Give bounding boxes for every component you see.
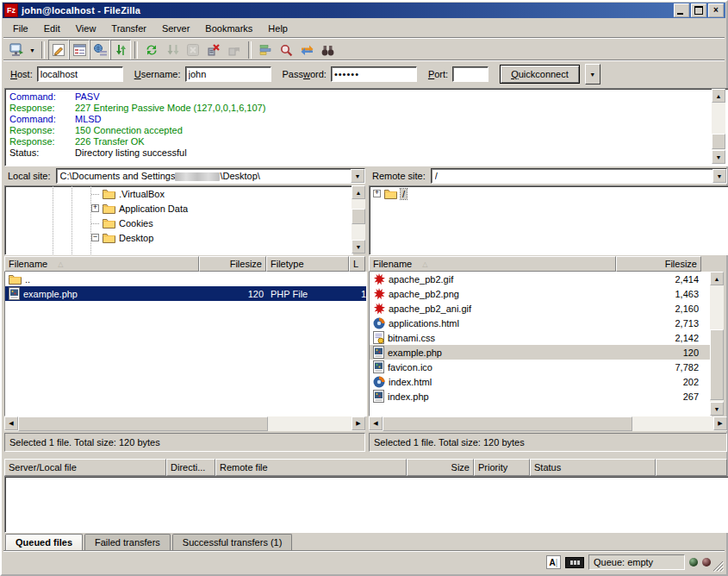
title-bar[interactable]: Fz john@localhost - FileZilla × (3, 3, 725, 18)
tab-successful-transfers-[interactable]: Successful transfers (1) (172, 534, 293, 551)
file-row[interactable]: applications.html2,713 (370, 316, 711, 330)
scroll-down-icon[interactable]: ▼ (712, 150, 725, 164)
column-header-size[interactable]: Size (407, 459, 474, 476)
file-row[interactable]: favicon.ico7,782 (370, 360, 711, 374)
username-input[interactable] (185, 66, 271, 82)
scroll-left-icon[interactable]: ◀ (4, 416, 18, 430)
tree-expander-icon[interactable]: + (373, 190, 381, 197)
menu-file[interactable]: File (5, 21, 36, 36)
tree-item[interactable]: −Desktop (5, 230, 352, 245)
column-header-filetype[interactable]: Filetype (266, 256, 349, 272)
local-horizontal-scrollbar[interactable]: ◀ ▶ (4, 416, 365, 431)
find-files-button[interactable] (317, 40, 338, 60)
toggle-message-log-button[interactable] (48, 40, 69, 60)
file-row[interactable]: index.php267 (370, 389, 711, 404)
file-size-cell: 2,160 (617, 304, 702, 314)
cancel-icon (186, 43, 200, 57)
scroll-up-icon[interactable]: ▲ (352, 185, 365, 199)
local-tree-scrollbar-thumb[interactable] (352, 209, 365, 224)
remote-hscroll-thumb[interactable] (383, 416, 632, 431)
remote-list-scrollbar-thumb[interactable] (710, 329, 724, 400)
remote-horizontal-scrollbar[interactable]: ◀ ▶ (369, 416, 727, 431)
column-header-server-local-file[interactable]: Server/Local file (4, 459, 166, 476)
menu-transfer[interactable]: Transfer (103, 21, 154, 36)
log-scrollbar[interactable]: ▲ ▼ (712, 89, 725, 164)
cancel-operation-button[interactable] (183, 40, 203, 60)
file-row[interactable]: apache_pb2.png1,463 (370, 286, 711, 301)
local-hscroll-thumb[interactable] (18, 416, 268, 431)
img-file-icon (373, 303, 385, 315)
chevron-down-icon[interactable]: ▼ (712, 169, 726, 183)
tree-expander-icon[interactable]: + (91, 204, 99, 212)
host-input[interactable] (37, 66, 123, 82)
site-manager-button[interactable] (6, 40, 27, 60)
minimize-button[interactable] (674, 3, 689, 17)
scroll-left-icon[interactable]: ◀ (369, 416, 383, 430)
tree-expander-icon[interactable]: − (91, 234, 99, 241)
toggle-local-tree-button[interactable] (69, 40, 90, 60)
column-header-remote-file[interactable]: Remote file (215, 459, 407, 476)
file-size-cell: 7,782 (617, 362, 702, 373)
resize-grip[interactable] (712, 560, 724, 572)
menu-server[interactable]: Server (154, 21, 197, 36)
file-row[interactable]: example.php120 (370, 345, 711, 360)
file-row[interactable]: apache_pb2_ani.gif2,160 (370, 301, 711, 316)
file-row[interactable]: .. (5, 272, 366, 286)
toggle-remote-tree-button[interactable] (90, 40, 110, 60)
password-input[interactable] (331, 66, 417, 82)
file-size-cell: 120 (617, 347, 702, 358)
remote-list-scrollbar[interactable]: ▲ ▼ (710, 272, 724, 416)
toggle-queue-button[interactable] (110, 40, 131, 60)
menu-bookmarks[interactable]: Bookmarks (197, 21, 260, 36)
maximize-button[interactable] (691, 3, 706, 17)
process-queue-button[interactable] (162, 40, 183, 60)
port-input[interactable] (452, 66, 488, 82)
tree-item[interactable]: Cookies (5, 216, 352, 230)
file-row[interactable]: example.php120PHP File1 (5, 286, 366, 301)
menu-edit[interactable]: Edit (36, 21, 68, 36)
column-header-status[interactable]: Status (530, 459, 656, 476)
local-site-combobox[interactable]: C:\Documents and Settings\Desktop\ ▼ (56, 168, 365, 184)
compare-directories-button[interactable] (276, 40, 296, 60)
tree-item[interactable]: +/ (370, 186, 728, 201)
column-header-directi-[interactable]: Directi... (166, 459, 215, 476)
tree-item[interactable]: .VirtualBox (5, 186, 352, 201)
disconnect-button[interactable] (203, 40, 224, 60)
local-tree-scrollbar[interactable]: ▲ ▼ (352, 185, 365, 254)
column-header-filename[interactable]: Filename△ (369, 256, 616, 272)
chevron-down-icon[interactable]: ▼ (351, 169, 364, 183)
folder-icon (103, 232, 115, 243)
reconnect-button[interactable] (224, 40, 245, 60)
column-header-spacer[interactable] (656, 459, 727, 476)
column-header-filename[interactable]: Filename△ (4, 256, 199, 272)
refresh-button[interactable] (141, 40, 162, 60)
scroll-right-icon[interactable]: ▶ (713, 416, 727, 430)
close-button[interactable]: × (708, 3, 724, 17)
file-row[interactable]: apache_pb2.gif2,414 (370, 272, 711, 286)
site-manager-button-dropdown[interactable]: ▼ (27, 41, 38, 59)
column-header-filesize[interactable]: Filesize (616, 256, 701, 272)
tab-queued-files[interactable]: Queued files (5, 534, 83, 551)
quickconnect-button[interactable]: Quickconnect (500, 65, 580, 84)
synchronized-browsing-button[interactable] (296, 40, 317, 60)
remote-site-path: / (435, 171, 712, 181)
column-header-l[interactable]: L (349, 256, 365, 272)
scroll-down-icon[interactable]: ▼ (710, 402, 724, 416)
menu-help[interactable]: Help (260, 21, 296, 36)
scroll-up-icon[interactable]: ▲ (712, 89, 725, 103)
column-header-priority[interactable]: Priority (474, 459, 530, 476)
file-row[interactable]: bitnami.css2,142 (370, 330, 711, 345)
tree-item[interactable]: +Application Data (5, 201, 352, 216)
remote-directory-tree: +/ (369, 185, 728, 255)
scroll-up-icon[interactable]: ▲ (710, 272, 724, 285)
filter-button[interactable] (255, 40, 276, 60)
menu-view[interactable]: View (68, 21, 104, 36)
quickconnect-dropdown-button[interactable]: ▼ (585, 64, 600, 85)
column-header-filesize[interactable]: Filesize (199, 256, 266, 272)
scroll-right-icon[interactable]: ▶ (352, 416, 365, 430)
scroll-down-icon[interactable]: ▼ (352, 240, 365, 254)
remote-site-combobox[interactable]: / ▼ (431, 168, 727, 184)
file-row[interactable]: index.html202 (370, 374, 711, 389)
log-scrollbar-thumb[interactable] (712, 134, 725, 149)
tab-failed-transfers[interactable]: Failed transfers (84, 534, 171, 551)
